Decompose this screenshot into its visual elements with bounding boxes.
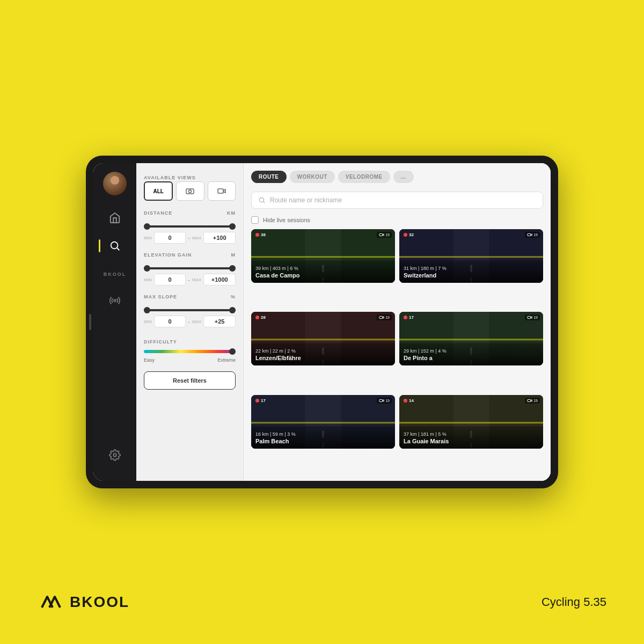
route-card-overlay: 39 km | 403 m | 6 % Casa de Campo — [251, 261, 395, 283]
route-count: 32 — [409, 232, 414, 237]
distance-label: DISTANCE — [144, 210, 172, 216]
bkool-logo-text: BKOOL — [70, 594, 129, 611]
tab-route[interactable]: ROUTE — [251, 171, 287, 183]
tab-workout[interactable]: WORKOUT — [290, 171, 335, 183]
route-card[interactable]: 28 19 22 km | 22 m | 2 % Lenzen/Elbfähre — [251, 312, 395, 365]
camera-icon — [379, 399, 384, 402]
route-count: 17 — [409, 315, 414, 320]
elevation-max-box[interactable]: +1000 — [203, 274, 236, 286]
slope-thumb-max[interactable] — [229, 307, 236, 313]
route-badge-camera: 19 — [525, 232, 540, 238]
route-card-overlay: 37 km | 181 m | 5 % La Guaie Marais — [399, 427, 543, 449]
settings-icon — [109, 449, 121, 461]
bkool-label: BKOOL — [104, 272, 127, 277]
route-stats: 39 km | 403 m | 6 % — [255, 266, 391, 271]
elevation-thumb-min[interactable] — [144, 265, 150, 272]
route-dot — [255, 316, 259, 319]
svg-rect-44 — [528, 399, 531, 401]
view-btn-video[interactable] — [208, 181, 236, 201]
route-dot — [404, 233, 407, 237]
slope-values: MIN 0 - MAX +25 — [144, 316, 236, 327]
view-btn-photo[interactable] — [176, 181, 204, 201]
svg-rect-6 — [218, 189, 223, 193]
slope-track — [144, 309, 236, 311]
route-dot — [255, 233, 259, 237]
hide-live-checkbox[interactable] — [251, 216, 259, 224]
route-name: Casa de Campo — [255, 272, 391, 279]
distance-thumb-max[interactable] — [229, 223, 236, 230]
slope-min-box[interactable]: 0 — [154, 316, 186, 327]
badge-count: 19 — [385, 316, 390, 319]
route-card[interactable]: 14 19 37 km | 181 m | 5 % La Guaie Marai… — [399, 395, 543, 449]
distance-section: DISTANCE KM MIN 0 - MAX +100 — [144, 210, 236, 244]
sidebar-item-signal[interactable] — [101, 289, 128, 312]
distance-thumb-min[interactable] — [144, 223, 150, 230]
slope-header: MAX SLOPE % — [144, 294, 236, 305]
route-card[interactable]: 32 19 31 km | 180 m | 7 % Switzerland — [399, 229, 543, 283]
route-grid: 38 19 39 km | 403 m | 6 % Casa de Campo — [244, 229, 551, 481]
search-bar-container: Route name or nickname — [244, 187, 551, 213]
avatar[interactable] — [103, 172, 127, 195]
svg-rect-26 — [379, 317, 383, 319]
distance-min-box[interactable]: 0 — [154, 232, 186, 244]
route-badges: 19 — [377, 314, 392, 320]
badge-count: 19 — [533, 233, 538, 237]
elevation-values: MIN 0 - MAX +1000 — [144, 274, 236, 286]
view-btn-all[interactable]: ALL — [144, 181, 173, 201]
svg-rect-25 — [251, 339, 395, 340]
svg-point-7 — [259, 197, 264, 202]
route-count: 28 — [261, 315, 266, 320]
elevation-min-box[interactable]: 0 — [154, 274, 186, 286]
badge-count: 19 — [385, 399, 390, 402]
route-stats: 22 km | 22 m | 2 % — [255, 348, 391, 354]
sidebar-item-home[interactable] — [101, 206, 128, 230]
slope-label: MAX SLOPE — [144, 294, 177, 299]
badge-count: 19 — [385, 233, 390, 237]
available-views-label: AVAILABLE VIEWS — [144, 175, 196, 180]
reset-filters-button[interactable]: Reset filters — [144, 371, 236, 390]
slope-thumb-min[interactable] — [144, 307, 150, 313]
camera-icon — [527, 316, 532, 319]
sidebar: BKOOL — [93, 163, 136, 481]
elevation-fill — [144, 267, 236, 269]
available-views-section: AVAILABLE VIEWS ALL — [144, 172, 236, 201]
bkool-logo-icon — [38, 592, 64, 612]
route-name: Lenzen/Elbfähre — [255, 355, 391, 361]
badge-count: 19 — [533, 316, 538, 319]
tab-extra[interactable]: ... — [393, 171, 414, 183]
route-card[interactable]: 17 19 29 km | 152 m | 4 % De Pinto a — [399, 312, 543, 365]
route-stats: 29 km | 152 m | 4 % — [404, 348, 539, 354]
distance-fill — [144, 225, 236, 228]
tab-velodrome[interactable]: VELODROME — [338, 171, 390, 183]
elevation-thumb-max[interactable] — [229, 265, 236, 272]
bkool-logo: BKOOL — [38, 592, 129, 612]
camera-icon — [379, 233, 384, 237]
route-badges: 19 — [525, 314, 540, 320]
distance-header: DISTANCE KM — [144, 210, 236, 221]
distance-track — [144, 225, 236, 228]
elevation-header: ELEVATION GAIN M — [144, 252, 236, 263]
difficulty-thumb[interactable] — [229, 348, 236, 355]
view-buttons: ALL — [144, 181, 236, 201]
sidebar-nav: BKOOL — [101, 206, 128, 443]
route-count: 14 — [409, 398, 414, 403]
camera-icon — [527, 233, 532, 237]
route-name: Switzerland — [404, 272, 539, 279]
route-card[interactable]: 17 19 16 km | 59 m | 3 % Palm Beach — [251, 395, 395, 449]
distance-max-box[interactable]: +100 — [203, 232, 236, 244]
sidebar-item-settings[interactable] — [101, 443, 128, 467]
search-input-wrapper[interactable]: Route name or nickname — [251, 192, 543, 209]
extreme-label: Extreme — [217, 357, 236, 363]
difficulty-labels: Easy Extreme — [144, 357, 236, 363]
route-card-overlay: 29 km | 152 m | 4 % De Pinto a — [399, 344, 543, 365]
sidebar-item-search[interactable] — [101, 234, 128, 258]
photo-icon — [186, 188, 194, 194]
main-content: ROUTE WORKOUT VELODROME ... — [244, 163, 551, 481]
difficulty-track[interactable] — [144, 350, 236, 353]
elevation-track — [144, 267, 236, 269]
svg-rect-13 — [251, 256, 395, 258]
route-card[interactable]: 38 19 39 km | 403 m | 6 % Casa de Campo — [251, 229, 395, 283]
route-badges: 19 — [525, 232, 540, 238]
search-input[interactable]: Route name or nickname — [270, 196, 342, 204]
slope-max-box[interactable]: +25 — [203, 316, 236, 327]
